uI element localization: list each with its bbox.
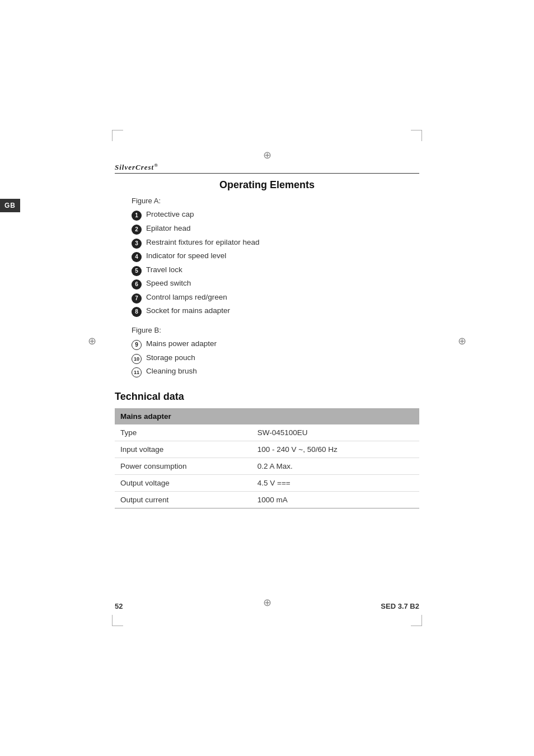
page: ⊕ ⊕ ⊕ ⊕ GB SilverCrest® Operating Elemen… [0,0,534,756]
item-text-4: Indicator for speed level [146,250,226,262]
table-header: Mains adapter [115,408,419,424]
item-text-8: Socket for mains adapter [146,305,230,317]
language-label: GB [0,199,20,212]
content-area: SilverCrest® Operating Elements Figure A… [115,162,419,616]
row-label-output-voltage: Output voltage [115,474,252,491]
crosshair-mid-left: ⊕ [87,336,97,346]
list-item: 9 Mains power adapter [132,338,419,350]
table-row: Output voltage 4.5 V === [115,474,419,491]
row-value-type: SW-045100EU [252,424,419,441]
document-id: SED 3.7 B2 [381,602,419,610]
row-label-output-current: Output current [115,491,252,508]
item-number-2: 2 [132,225,142,235]
list-item: 8 Socket for mains adapter [132,305,419,317]
table-row: Power consumption 0.2 A Max. [115,458,419,474]
section-divider [115,173,419,174]
trim-mark-bl [112,615,123,626]
row-value-output-voltage: 4.5 V === [252,474,419,491]
technical-data-table: Mains adapter Type SW-045100EU Input vol… [115,408,419,508]
list-item: 3 Restraint fixtures for epilator head [132,236,419,249]
item-number-10: 10 [132,354,142,364]
trim-mark-tl [112,130,123,141]
item-text-3: Restraint fixtures for epilator head [146,236,260,249]
table-row: Type SW-045100EU [115,424,419,441]
page-number: 52 [115,602,123,610]
item-number-5: 5 [132,266,142,276]
crosshair-mid-right: ⊕ [457,336,467,346]
list-item: 1 Protective cap [132,208,419,221]
row-value-power-consumption: 0.2 A Max. [252,458,419,474]
item-number-3: 3 [132,239,142,249]
list-item: 6 Speed switch [132,277,419,290]
crosshair-top: ⊕ [262,150,272,160]
list-item: 11 Cleaning brush [132,365,419,377]
item-text-2: Epilator head [146,222,191,235]
table-row: Output current 1000 mA [115,491,419,508]
list-item: 4 Indicator for speed level [132,250,419,262]
page-footer: 52 SED 3.7 B2 [115,602,419,610]
list-item: 10 Storage pouch [132,352,419,364]
item-text-11: Cleaning brush [146,365,197,377]
item-text-1: Protective cap [146,208,194,221]
item-text-7: Control lamps red/green [146,291,227,304]
brand-name: SilverCrest® [115,162,419,172]
row-value-output-current: 1000 mA [252,491,419,508]
list-item: 7 Control lamps red/green [132,291,419,304]
item-number-11: 11 [132,367,142,377]
item-number-8: 8 [132,307,142,317]
technical-data-title: Technical data [115,391,419,403]
table-row: Input voltage 100 - 240 V ~, 50/60 Hz [115,441,419,458]
operating-elements-title: Operating Elements [115,179,419,191]
figure-b-label: Figure B: [132,326,419,334]
item-number-1: 1 [132,211,142,221]
row-label-type: Type [115,424,252,441]
figure-b-list: 9 Mains power adapter 10 Storage pouch 1… [132,338,419,377]
figure-a-label: Figure A: [132,197,419,205]
figure-a-list: 1 Protective cap 2 Epilator head 3 Restr… [132,208,419,317]
trim-mark-br [411,615,422,626]
item-number-7: 7 [132,293,142,304]
row-label-input-voltage: Input voltage [115,441,252,458]
technical-data-section: Technical data Mains adapter Type SW-045… [115,391,419,508]
item-number-6: 6 [132,279,142,290]
item-text-9: Mains power adapter [146,338,217,350]
item-number-9: 9 [132,340,142,350]
item-number-4: 4 [132,252,142,262]
list-item: 5 Travel lock [132,264,419,276]
row-label-power-consumption: Power consumption [115,458,252,474]
trim-mark-tr [411,130,422,141]
row-value-input-voltage: 100 - 240 V ~, 50/60 Hz [252,441,419,458]
item-text-10: Storage pouch [146,352,195,364]
operating-elements-section: Operating Elements Figure A: 1 Protectiv… [115,179,419,377]
item-text-5: Travel lock [146,264,182,276]
item-text-6: Speed switch [146,277,191,290]
list-item: 2 Epilator head [132,222,419,235]
